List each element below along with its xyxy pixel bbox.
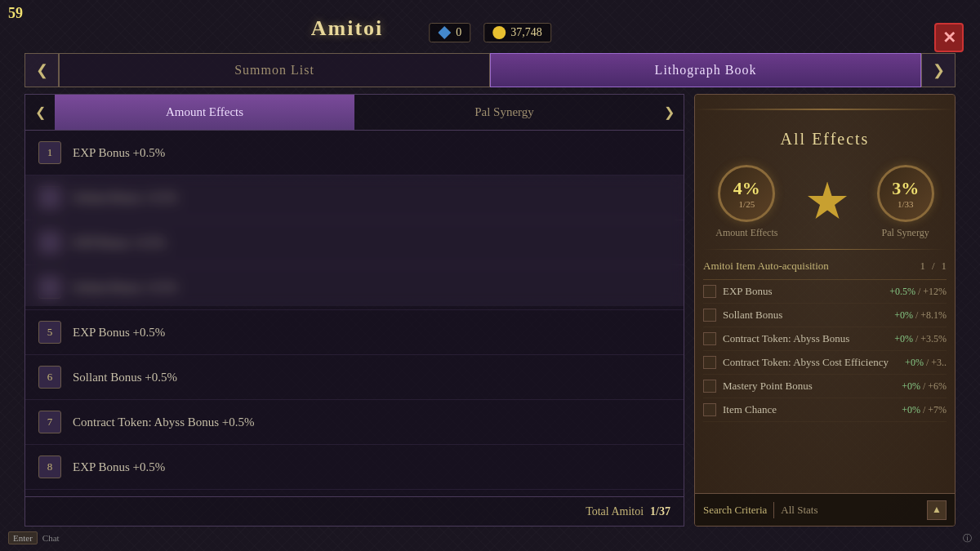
item-number: 8 [38, 455, 61, 478]
item-number: 2 [38, 186, 61, 209]
item-number: 6 [38, 366, 61, 389]
item-number: 4 [38, 276, 61, 299]
effect-current: +0% [894, 309, 913, 321]
effect-row: Mastery Point Bonus +0% / +6% [703, 375, 947, 398]
sub-tab-amount-effects[interactable]: Amount Effects [55, 95, 354, 130]
item-number: 3 [38, 231, 61, 254]
item-number: 5 [38, 321, 61, 344]
effect-values: +0% / +7% [902, 404, 947, 416]
item-label: EXP Bonus +0.5% [73, 146, 165, 160]
search-bar: Search Criteria All Stats ▲ [695, 493, 955, 526]
effect-icon [703, 309, 716, 322]
total-label: Total Amitoi [586, 505, 644, 518]
effect-name: Mastery Point Bonus [723, 380, 895, 393]
auto-acquisition-slash: / [932, 260, 935, 273]
item-label: Sollant Bonus +0.5% [73, 371, 177, 384]
effects-header: Amitoi Item Auto-acquisition 1 / 1 [703, 256, 947, 280]
effect-name: EXP Bonus [723, 285, 883, 298]
effect-icon [703, 403, 716, 416]
pal-synergy-label: Pal Synergy [882, 227, 929, 239]
tab-summon-list[interactable]: Summon List [59, 53, 490, 87]
close-button[interactable]: ✕ [934, 23, 964, 52]
list-item[interactable]: 6 Sollant Bonus +0.5% [25, 355, 684, 400]
blue-diamond-icon [438, 26, 451, 39]
list-item[interactable]: 2 Sollant Bonus +0.5% [25, 176, 684, 220]
effect-values: +0.5% / +12% [889, 286, 947, 298]
effect-values: +0% / +8.1% [894, 309, 947, 322]
effect-max: +7% [928, 404, 947, 415]
search-expand-button[interactable]: ▲ [927, 500, 947, 520]
effect-icon [703, 380, 716, 393]
effect-current: +0% [902, 404, 920, 415]
effect-max: +12% [923, 286, 947, 297]
list-item[interactable]: 7 Contract Token: Abyss Bonus +0.5% [25, 400, 684, 445]
effect-name: Contract Token: Abyss Bonus [723, 332, 888, 345]
item-number: 1 [38, 141, 61, 164]
amount-effects-label: Amount Effects [715, 227, 777, 239]
effect-icon [703, 285, 716, 298]
list-item[interactable]: 3 EXP Bonus +0.5% [25, 220, 684, 265]
center-star [803, 178, 852, 227]
tab-nav-right-button[interactable]: ❯ [921, 53, 956, 87]
amount-effects-percent: 4% [733, 178, 760, 199]
info-badge: ⓘ [963, 532, 972, 544]
effect-name: Contract Token: Abyss Cost Efficiency [723, 356, 898, 369]
auto-acquisition-label: Amitoi Item Auto-acquisition [703, 260, 829, 273]
effect-name: Item Chance [723, 403, 895, 416]
auto-acquisition-total: 1 [942, 260, 947, 273]
effect-row: Contract Token: Abyss Cost Efficiency +0… [703, 351, 947, 375]
sub-nav-left-button[interactable]: ❮ [25, 95, 55, 130]
search-criteria-label: Search Criteria [703, 504, 767, 517]
sub-tab-pal-synergy[interactable]: Pal Synergy [354, 95, 654, 130]
blue-currency-value: 0 [456, 26, 461, 39]
pal-synergy-percent: 3% [892, 178, 919, 199]
effect-row: Item Chance +0% / +7% [703, 398, 947, 422]
star-icon [807, 182, 848, 223]
list-item[interactable]: 1 EXP Bonus +0.5% [25, 131, 684, 176]
scroll-deco-top [695, 95, 955, 123]
effect-max: +3.5% [920, 333, 947, 344]
page-title: Amitoi [41, 16, 653, 41]
effect-name: Sollant Bonus [723, 309, 888, 322]
item-label: Contract Token: Abyss Bonus +0.5% [73, 415, 255, 429]
amount-effects-fraction: 1/25 [739, 199, 755, 209]
list-item[interactable]: 5 EXP Bonus +0.5% [25, 310, 684, 355]
enter-badge: Enter [8, 531, 38, 544]
search-divider [773, 502, 774, 518]
blue-currency: 0 [429, 23, 470, 42]
effect-max: +8.1% [920, 309, 947, 321]
title-area: Amitoi [41, 16, 653, 41]
search-value: All Stats [781, 504, 920, 517]
right-panel: All Effects 4% 1/25 Amount Effects 3% 1/… [694, 94, 956, 527]
tab-lithograph-book[interactable]: Lithograph Book [490, 53, 921, 87]
item-label: Sollant Bonus +0.5% [73, 281, 177, 295]
list-area: 1 EXP Bonus +0.5% 2 Sollant Bonus +0.5% … [25, 131, 684, 496]
sub-nav-right-button[interactable]: ❯ [654, 95, 684, 130]
auto-acquisition-values: 1 / 1 [920, 260, 947, 273]
effect-row: EXP Bonus +0.5% / +12% [703, 280, 947, 304]
item-label: Sollant Bonus +0.5% [73, 191, 177, 205]
effect-row: Sollant Bonus +0% / +8.1% [703, 304, 947, 327]
effect-max: +6% [928, 380, 947, 392]
item-label: EXP Bonus +0.5% [73, 326, 165, 340]
list-item[interactable]: 4 Sollant Bonus +0.5% [25, 265, 684, 310]
item-label: EXP Bonus +0.5% [73, 460, 165, 474]
list-item[interactable]: 8 EXP Bonus +0.5% [25, 445, 684, 490]
effect-row: Contract Token: Abyss Bonus +0% / +3.5% [703, 327, 947, 351]
amount-effects-circle: 4% 1/25 [718, 165, 775, 222]
stats-circles: 4% 1/25 Amount Effects 3% 1/33 Pal Syner… [695, 155, 955, 249]
effect-values: +0% / +6% [902, 380, 947, 393]
chat-label: Chat [42, 533, 60, 543]
tab-bar: ❮ Summon List Lithograph Book ❯ [24, 53, 956, 87]
item-label: EXP Bonus +0.5% [73, 236, 165, 250]
main-area: ❮ Amount Effects Pal Synergy ❯ 1 EXP Bon… [24, 94, 956, 527]
effect-values: +0% / +3.5% [894, 333, 947, 345]
gold-coin-icon [492, 26, 506, 39]
total-value: 1/37 [650, 505, 670, 518]
list-item[interactable]: 9 Contract Token: Abyss Cost Efficiency … [25, 490, 684, 496]
effect-icon [703, 332, 716, 345]
effect-current: +0% [894, 333, 913, 344]
tab-nav-left-button[interactable]: ❮ [24, 53, 59, 87]
all-effects-title: All Effects [695, 123, 955, 155]
gold-currency: 37,748 [483, 23, 551, 42]
